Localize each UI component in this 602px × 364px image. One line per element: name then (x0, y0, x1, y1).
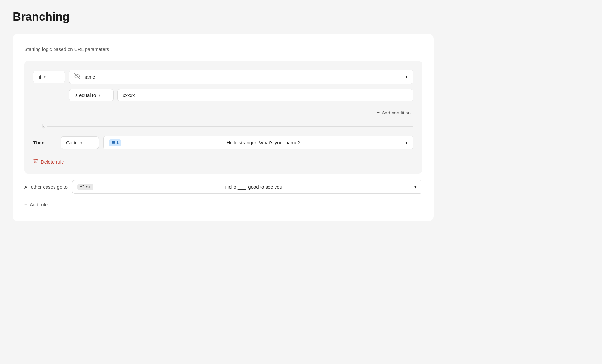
question-text: Hello stranger! What's your name? (124, 140, 402, 145)
delete-rule-label: Delete rule (41, 159, 64, 164)
plus-icon: + (377, 110, 380, 115)
eye-slash-icon (74, 73, 80, 80)
add-condition-button[interactable]: + Add condition (374, 108, 413, 117)
question-chevron: ▾ (405, 140, 408, 146)
main-card: Starting logic based on URL parameters I… (13, 34, 434, 221)
condition-value-row: is equal to ▾ (33, 89, 413, 101)
divider-curve: ↳ (33, 123, 413, 130)
s1-label: S1 (86, 185, 91, 189)
condition-chevron: ▾ (99, 93, 100, 98)
value-input[interactable] (117, 89, 413, 101)
add-rule-label: Add rule (30, 202, 48, 207)
goto-label: Go to (66, 140, 78, 145)
then-row: Then Go to ▾ ☰ 1 Hello stranger! What's … (33, 136, 413, 149)
other-cases-label: All other cases go to (24, 184, 68, 190)
add-condition-label: Add condition (382, 110, 411, 115)
section-label: Starting logic based on URL parameters (24, 47, 422, 52)
goto-dropdown[interactable]: Go to ▾ (61, 136, 99, 149)
lines-icon: ☰ (111, 140, 115, 145)
add-rule-plus-icon: + (24, 201, 27, 207)
if-label: If (39, 74, 41, 80)
page-title: Branching (13, 10, 589, 24)
name-dropdown[interactable]: name ▾ (69, 70, 413, 84)
if-condition-row: If ▾ name ▾ (33, 70, 413, 84)
rule-block: If ▾ name ▾ is equal to (24, 61, 422, 174)
delete-rule-button[interactable]: Delete rule (33, 157, 64, 166)
name-chevron: ▾ (405, 74, 408, 80)
add-rule-button[interactable]: + Add rule (24, 200, 48, 208)
condition-dropdown[interactable]: is equal to ▾ (69, 89, 114, 101)
question-dropdown[interactable]: ☰ 1 Hello stranger! What's your name? ▾ (103, 136, 413, 149)
quote-icon: ❝❞ (80, 185, 84, 189)
s1-badge: ❝❞ S1 (77, 184, 93, 190)
question-badge: ☰ 1 (109, 139, 121, 146)
other-cases-row: All other cases go to ❝❞ S1 Hello ___, g… (24, 180, 422, 194)
question-number: 1 (116, 140, 119, 145)
curve-arrow-icon: ↳ (41, 123, 46, 130)
condition-label: is equal to (74, 92, 96, 98)
if-chevron: ▾ (44, 75, 46, 79)
other-chevron: ▾ (414, 184, 417, 190)
name-value: name (83, 74, 95, 80)
if-dropdown[interactable]: If ▾ (33, 71, 65, 83)
add-condition-row: + Add condition (33, 106, 413, 117)
then-label: Then (33, 140, 56, 145)
goto-chevron: ▾ (80, 141, 82, 145)
other-question-text: Hello ___, good to see you! (97, 184, 411, 190)
other-cases-dropdown[interactable]: ❝❞ S1 Hello ___, good to see you! ▾ (72, 180, 422, 194)
trash-icon (33, 158, 38, 165)
